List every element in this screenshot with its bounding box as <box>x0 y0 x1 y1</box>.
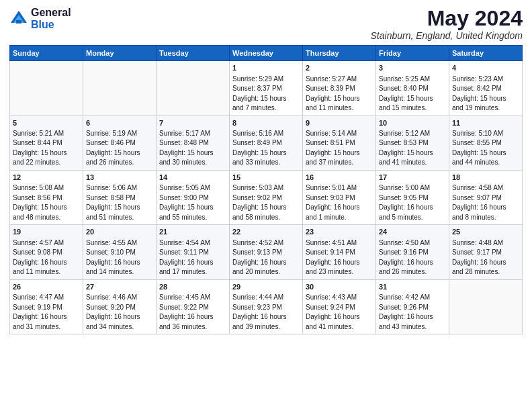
day-info: Sunrise: 4:58 AM Sunset: 9:07 PM Dayligh… <box>452 183 519 222</box>
calendar-cell: 19Sunrise: 4:57 AM Sunset: 9:08 PM Dayli… <box>10 225 83 279</box>
day-info: Sunrise: 5:00 AM Sunset: 9:05 PM Dayligh… <box>379 183 446 222</box>
day-number: 27 <box>86 282 153 292</box>
day-number: 5 <box>13 118 80 128</box>
day-info: Sunrise: 5:05 AM Sunset: 9:00 PM Dayligh… <box>159 183 226 222</box>
weekday-header: Wednesday <box>230 46 303 61</box>
day-number: 8 <box>232 118 300 128</box>
day-info: Sunrise: 4:55 AM Sunset: 9:10 PM Dayligh… <box>86 238 153 277</box>
calendar-cell: 21Sunrise: 4:54 AM Sunset: 9:11 PM Dayli… <box>157 225 230 279</box>
day-number: 17 <box>379 173 446 183</box>
calendar-cell <box>449 279 523 334</box>
calendar-cell: 31Sunrise: 4:42 AM Sunset: 9:26 PM Dayli… <box>376 279 449 334</box>
calendar-cell: 5Sunrise: 5:21 AM Sunset: 8:44 PM Daylig… <box>10 116 83 170</box>
day-info: Sunrise: 5:01 AM Sunset: 9:03 PM Dayligh… <box>306 183 373 222</box>
weekday-header: Monday <box>83 46 157 61</box>
day-info: Sunrise: 5:19 AM Sunset: 8:46 PM Dayligh… <box>86 129 153 168</box>
day-info: Sunrise: 4:47 AM Sunset: 9:19 PM Dayligh… <box>13 293 80 332</box>
day-number: 10 <box>379 118 446 128</box>
day-info: Sunrise: 4:57 AM Sunset: 9:08 PM Dayligh… <box>13 238 80 277</box>
day-number: 7 <box>159 118 226 128</box>
day-info: Sunrise: 5:25 AM Sunset: 8:40 PM Dayligh… <box>379 75 446 113</box>
calendar-cell: 18Sunrise: 4:58 AM Sunset: 9:07 PM Dayli… <box>449 170 523 224</box>
calendar-week-row: 5Sunrise: 5:21 AM Sunset: 8:44 PM Daylig… <box>10 116 523 170</box>
calendar: SundayMondayTuesdayWednesdayThursdayFrid… <box>9 45 523 334</box>
location: Stainburn, England, United Kingdom <box>371 30 523 41</box>
calendar-cell: 10Sunrise: 5:12 AM Sunset: 8:53 PM Dayli… <box>376 116 449 170</box>
weekday-header: Saturday <box>449 46 523 61</box>
calendar-cell: 2Sunrise: 5:27 AM Sunset: 8:39 PM Daylig… <box>303 61 376 116</box>
calendar-cell: 26Sunrise: 4:47 AM Sunset: 9:19 PM Dayli… <box>10 279 83 334</box>
day-info: Sunrise: 5:27 AM Sunset: 8:39 PM Dayligh… <box>306 75 373 113</box>
day-number: 12 <box>13 173 80 183</box>
day-number: 23 <box>306 227 373 237</box>
day-number: 6 <box>86 118 153 128</box>
weekday-header: Friday <box>376 46 449 61</box>
calendar-cell: 7Sunrise: 5:17 AM Sunset: 8:48 PM Daylig… <box>157 116 230 170</box>
calendar-cell <box>10 61 83 116</box>
calendar-cell: 29Sunrise: 4:44 AM Sunset: 9:23 PM Dayli… <box>230 279 303 334</box>
logo-general: General <box>31 7 71 19</box>
day-number: 26 <box>13 282 80 292</box>
calendar-week-row: 1Sunrise: 5:29 AM Sunset: 8:37 PM Daylig… <box>10 61 523 116</box>
calendar-cell: 25Sunrise: 4:48 AM Sunset: 9:17 PM Dayli… <box>449 225 523 279</box>
day-info: Sunrise: 5:14 AM Sunset: 8:51 PM Dayligh… <box>306 129 373 168</box>
calendar-cell: 22Sunrise: 4:52 AM Sunset: 9:13 PM Dayli… <box>230 225 303 279</box>
day-number: 19 <box>13 227 80 237</box>
day-number: 4 <box>452 63 519 73</box>
day-number: 13 <box>86 173 153 183</box>
calendar-cell: 16Sunrise: 5:01 AM Sunset: 9:03 PM Dayli… <box>303 170 376 224</box>
calendar-header-row: SundayMondayTuesdayWednesdayThursdayFrid… <box>10 46 523 61</box>
calendar-cell: 27Sunrise: 4:46 AM Sunset: 9:20 PM Dayli… <box>83 279 157 334</box>
calendar-cell: 23Sunrise: 4:51 AM Sunset: 9:14 PM Dayli… <box>303 225 376 279</box>
day-info: Sunrise: 5:12 AM Sunset: 8:53 PM Dayligh… <box>379 129 446 168</box>
calendar-cell: 17Sunrise: 5:00 AM Sunset: 9:05 PM Dayli… <box>376 170 449 224</box>
day-info: Sunrise: 4:50 AM Sunset: 9:16 PM Dayligh… <box>379 238 446 277</box>
day-info: Sunrise: 5:29 AM Sunset: 8:37 PM Dayligh… <box>232 75 300 113</box>
day-number: 1 <box>232 63 300 73</box>
day-info: Sunrise: 5:16 AM Sunset: 8:49 PM Dayligh… <box>232 129 300 168</box>
calendar-cell: 14Sunrise: 5:05 AM Sunset: 9:00 PM Dayli… <box>157 170 230 224</box>
calendar-cell: 13Sunrise: 5:06 AM Sunset: 8:58 PM Dayli… <box>83 170 157 224</box>
page: General Blue May 2024 Stainburn, England… <box>0 0 532 341</box>
calendar-cell: 20Sunrise: 4:55 AM Sunset: 9:10 PM Dayli… <box>83 225 157 279</box>
day-number: 21 <box>159 227 226 237</box>
calendar-week-row: 19Sunrise: 4:57 AM Sunset: 9:08 PM Dayli… <box>10 225 523 279</box>
day-number: 14 <box>159 173 226 183</box>
day-info: Sunrise: 5:03 AM Sunset: 9:02 PM Dayligh… <box>232 183 300 222</box>
calendar-cell: 3Sunrise: 5:25 AM Sunset: 8:40 PM Daylig… <box>376 61 449 116</box>
day-number: 18 <box>452 173 519 183</box>
day-info: Sunrise: 4:42 AM Sunset: 9:26 PM Dayligh… <box>379 293 446 332</box>
day-info: Sunrise: 4:48 AM Sunset: 9:17 PM Dayligh… <box>452 238 519 277</box>
calendar-week-row: 26Sunrise: 4:47 AM Sunset: 9:19 PM Dayli… <box>10 279 523 334</box>
day-number: 9 <box>306 118 373 128</box>
calendar-cell: 12Sunrise: 5:08 AM Sunset: 8:56 PM Dayli… <box>10 170 83 224</box>
day-number: 16 <box>306 173 373 183</box>
calendar-cell <box>157 61 230 116</box>
month-title: May 2024 <box>371 7 523 30</box>
calendar-cell: 4Sunrise: 5:23 AM Sunset: 8:42 PM Daylig… <box>449 61 523 116</box>
header: General Blue May 2024 Stainburn, England… <box>9 7 523 41</box>
day-number: 29 <box>232 282 300 292</box>
calendar-cell <box>83 61 157 116</box>
day-info: Sunrise: 4:46 AM Sunset: 9:20 PM Dayligh… <box>86 293 153 332</box>
day-number: 24 <box>379 227 446 237</box>
day-info: Sunrise: 4:54 AM Sunset: 9:11 PM Dayligh… <box>159 238 226 277</box>
day-info: Sunrise: 5:23 AM Sunset: 8:42 PM Dayligh… <box>452 75 519 113</box>
day-info: Sunrise: 5:10 AM Sunset: 8:55 PM Dayligh… <box>452 129 519 168</box>
day-number: 28 <box>159 282 226 292</box>
weekday-header: Tuesday <box>157 46 230 61</box>
day-info: Sunrise: 4:51 AM Sunset: 9:14 PM Dayligh… <box>306 238 373 277</box>
calendar-cell: 11Sunrise: 5:10 AM Sunset: 8:55 PM Dayli… <box>449 116 523 170</box>
day-info: Sunrise: 5:17 AM Sunset: 8:48 PM Dayligh… <box>159 129 226 168</box>
calendar-cell: 6Sunrise: 5:19 AM Sunset: 8:46 PM Daylig… <box>83 116 157 170</box>
day-info: Sunrise: 4:44 AM Sunset: 9:23 PM Dayligh… <box>232 293 300 332</box>
calendar-cell: 9Sunrise: 5:14 AM Sunset: 8:51 PM Daylig… <box>303 116 376 170</box>
title-area: May 2024 Stainburn, England, United King… <box>371 7 523 41</box>
day-number: 25 <box>452 227 519 237</box>
weekday-header: Sunday <box>10 46 83 61</box>
day-number: 2 <box>306 63 373 73</box>
day-number: 30 <box>306 282 373 292</box>
day-number: 3 <box>379 63 446 73</box>
calendar-cell: 1Sunrise: 5:29 AM Sunset: 8:37 PM Daylig… <box>230 61 303 116</box>
calendar-cell: 28Sunrise: 4:45 AM Sunset: 9:22 PM Dayli… <box>157 279 230 334</box>
